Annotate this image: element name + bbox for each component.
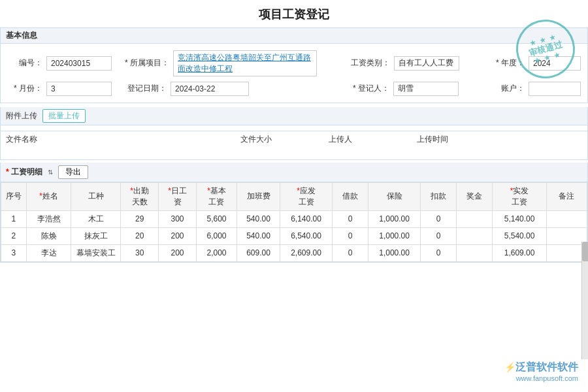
- cell-daily_wage: 200: [159, 244, 197, 261]
- attach-time-header: 上传时间: [412, 131, 529, 148]
- reg-person-value: 胡雪: [393, 82, 459, 96]
- code-label: 编号：: [7, 57, 46, 69]
- field-code: 编号： 202403015: [7, 56, 125, 71]
- field-wage-type: 工资类别： 自有工人人工费: [351, 56, 495, 71]
- col-days: *出勤天数: [121, 182, 159, 210]
- account-value: [529, 82, 581, 96]
- cell-type: 木工: [71, 210, 121, 227]
- cell-daily_wage: 300: [159, 210, 197, 227]
- attach-col-size: [235, 125, 323, 131]
- cell-overtime: 609.00: [237, 244, 280, 261]
- cell-should_pay: 6,140.00: [280, 210, 333, 227]
- col-seq: 序号: [1, 182, 27, 210]
- scrollbar[interactable]: [581, 242, 588, 359]
- reg-person-label: * 登记人：: [351, 83, 393, 94]
- field-month: * 月份： 3: [7, 82, 125, 96]
- cell-base_wage: 6,000: [196, 227, 237, 244]
- attach-table: 文件名称 文件大小 上传人 上传时间: [1, 125, 587, 159]
- brand-name: 泛普软件: [515, 361, 557, 372]
- wage-table-row[interactable]: 2陈焕抹灰工202006,000540.006,540.0001,000.000…: [1, 227, 587, 244]
- basic-info-header: 基本信息: [0, 27, 588, 44]
- wage-table-row[interactable]: 3李达幕墙安装工302002,000609.002,609.0001,000.0…: [1, 244, 587, 261]
- cell-seq: 2: [1, 227, 27, 244]
- attach-col-name: [1, 125, 235, 131]
- watermark-url: www.fanpusoft.com: [504, 374, 578, 382]
- attach-header-row: 文件名称 文件大小 上传人 上传时间: [1, 131, 587, 148]
- cell-loan: 0: [333, 227, 368, 244]
- cell-type: 抹灰工: [71, 227, 121, 244]
- attach-header: 附件上传 批量上传: [1, 107, 587, 125]
- watermark-logo: ⚡泛普软件软件: [504, 361, 578, 374]
- form-row-2: * 月份： 3 登记日期： 2024-03-22 * 登记人： 胡雪 账户：: [7, 79, 581, 99]
- wage-detail-label: * 工资明细: [6, 167, 42, 178]
- wage-table: 序号 *姓名 工种 *出勤天数 *日工资 *基本工资 加班费 *应发工资 借款 …: [1, 182, 587, 262]
- col-loan: 借款: [333, 182, 368, 210]
- cell-seq: 1: [1, 210, 27, 227]
- wage-section: * 工资明细 ⇅ 导出 序号 *姓名 工种 *出勤天数 *日工资 *基本工资 加…: [0, 163, 588, 263]
- cell-name: 李达: [26, 244, 71, 261]
- wage-table-body: 1李浩然木工293005,600540.006,140.0001,000.000…: [1, 210, 587, 261]
- basic-info-form: 编号： 202403015 * 所属项目： 竞清濱高速公路粤墙韶关至广州互通路面…: [0, 44, 588, 103]
- cell-loan: 0: [333, 210, 368, 227]
- col-daily-wage: *日工资: [159, 182, 197, 210]
- cell-name: 陈焕: [26, 227, 71, 244]
- attach-filesize-header: 文件大小: [235, 131, 323, 148]
- attachment-section: 附件上传 批量上传 文件名称 文件大小 上传人 上传时间: [0, 107, 588, 160]
- attach-empty-row: [1, 148, 587, 159]
- page-title: 项目工资登记: [0, 0, 588, 27]
- reg-date-label: 登记日期：: [125, 83, 171, 94]
- scrollbar-thumb[interactable]: [582, 242, 588, 261]
- cell-note: [546, 210, 587, 227]
- batch-upload-button[interactable]: 批量上传: [42, 109, 86, 123]
- reg-date-value: 2024-03-22: [171, 82, 249, 96]
- attach-label: 附件上传: [6, 110, 37, 122]
- cell-actual_pay: 1,609.00: [493, 244, 547, 261]
- cell-bonus: [457, 244, 493, 261]
- cell-daily_wage: 200: [159, 227, 197, 244]
- cell-days: 30: [121, 244, 159, 261]
- month-value: 3: [46, 82, 112, 96]
- attach-extra-header: [529, 131, 587, 148]
- col-type: 工种: [71, 182, 121, 210]
- cell-should_pay: 6,540.00: [280, 227, 333, 244]
- cell-deduct: 0: [421, 227, 457, 244]
- col-actual-pay: *实发工资: [493, 182, 547, 210]
- field-reg-date: 登记日期： 2024-03-22: [125, 82, 351, 96]
- wage-detail-text: 工资明细: [11, 167, 42, 176]
- project-label: * 所属项目：: [125, 57, 173, 69]
- cell-insurance: 1,000.00: [368, 227, 421, 244]
- cell-bonus: [457, 210, 493, 227]
- cell-actual_pay: 5,140.00: [493, 210, 547, 227]
- attach-col-uploader: [323, 125, 412, 131]
- wage-header: * 工资明细 ⇅ 导出: [1, 163, 587, 182]
- sort-icon: ⇅: [48, 169, 53, 176]
- wage-required-star: *: [6, 167, 11, 176]
- project-value[interactable]: 竞清濱高速公路粤墙韶关至广州互通路面改造中修工程: [173, 50, 317, 76]
- cell-actual_pay: 5,540.00: [493, 227, 547, 244]
- col-deduct: 扣款: [421, 182, 457, 210]
- cell-type: 幕墙安装工: [71, 244, 121, 261]
- cell-overtime: 540.00: [237, 227, 280, 244]
- col-name: *姓名: [26, 182, 71, 210]
- attach-uploader-header: 上传人: [323, 131, 412, 148]
- cell-overtime: 540.00: [237, 210, 280, 227]
- cell-days: 29: [121, 210, 159, 227]
- wage-type-value: 自有工人人工费: [394, 56, 459, 71]
- wage-table-header-row: 序号 *姓名 工种 *出勤天数 *日工资 *基本工资 加班费 *应发工资 借款 …: [1, 182, 587, 210]
- cell-deduct: 0: [421, 210, 457, 227]
- col-bonus: 奖金: [457, 182, 493, 210]
- wage-table-row[interactable]: 1李浩然木工293005,600540.006,140.0001,000.000…: [1, 210, 587, 227]
- form-row-1: 编号： 202403015 * 所属项目： 竞清濱高速公路粤墙韶关至广州互通路面…: [7, 48, 581, 79]
- attach-col-action: [529, 125, 587, 131]
- col-insurance: 保险: [368, 182, 421, 210]
- col-overtime: 加班费: [237, 182, 280, 210]
- cell-base_wage: 2,000: [196, 244, 237, 261]
- cell-bonus: [457, 227, 493, 244]
- attach-filename-header: 文件名称: [1, 131, 235, 148]
- field-account: 账户：: [495, 82, 581, 96]
- field-project: * 所属项目： 竞清濱高速公路粤墙韶关至广州互通路面改造中修工程: [125, 50, 351, 76]
- cell-insurance: 1,000.00: [368, 210, 421, 227]
- code-value: 202403015: [46, 56, 112, 71]
- attach-col-time: [412, 125, 529, 131]
- export-button[interactable]: 导出: [58, 165, 88, 179]
